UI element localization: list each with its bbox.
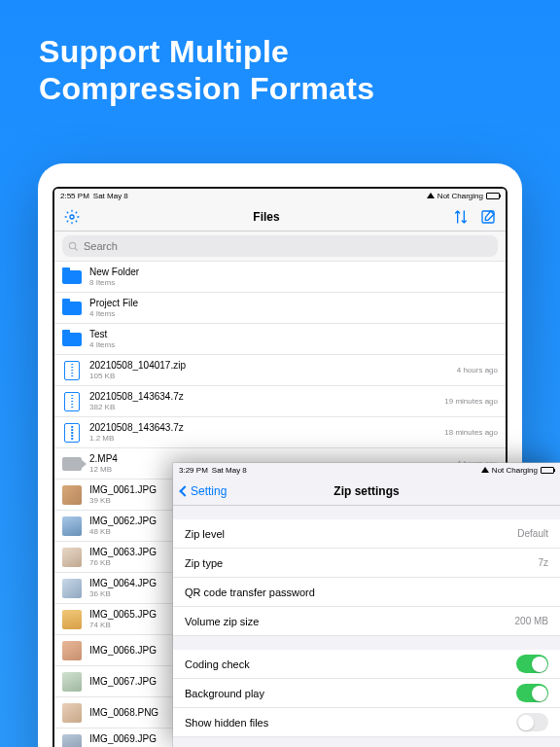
- settings-title: Zip settings: [333, 484, 399, 498]
- settings-group-values: Zip levelDefaultZip type7zQR code transf…: [173, 519, 560, 636]
- status-time: 3:29 PM: [179, 466, 208, 475]
- file-name: Test: [89, 329, 498, 340]
- chevron-left-icon: [179, 485, 190, 496]
- setting-label: Background play: [185, 688, 264, 699]
- setting-value: Default: [517, 528, 548, 539]
- t9-icon: [62, 734, 82, 748]
- toggle-switch[interactable]: [516, 655, 548, 673]
- file-sub: 4 Items: [89, 340, 498, 349]
- search-bar[interactable]: [62, 235, 498, 257]
- file-time: 18 minutes ago: [444, 428, 498, 437]
- status-charge: Not Charging: [492, 466, 538, 475]
- file-sub: 382 KB: [89, 403, 437, 411]
- headline-line-2: Compression Formats: [39, 70, 560, 107]
- setting-row[interactable]: Background play: [173, 679, 560, 708]
- settings-group-toggles: Coding checkBackground playShow hidden f…: [173, 650, 560, 737]
- zip-icon: [62, 423, 82, 443]
- setting-row[interactable]: Zip levelDefault: [173, 519, 560, 549]
- file-name: New Folder: [89, 267, 498, 278]
- marketing-headline: Support Multiple Compression Formats: [0, 0, 560, 108]
- file-time: 19 minutes ago: [444, 397, 498, 406]
- setting-value: 200 MB: [515, 616, 548, 626]
- search-container: [54, 231, 506, 262]
- settings-nav: Setting Zip settings: [173, 477, 560, 506]
- file-name: 20210508_143634.7z: [89, 391, 437, 403]
- headline-line-1: Support Multiple: [39, 33, 560, 70]
- setting-row[interactable]: Show hidden files: [173, 708, 560, 737]
- file-name: 20210508_104017.zip: [89, 360, 449, 372]
- toggle-switch[interactable]: [516, 713, 548, 731]
- wifi-icon: [481, 467, 489, 473]
- search-icon: [68, 241, 79, 252]
- wifi-icon: [427, 193, 435, 198]
- file-row[interactable]: 20210508_143634.7z382 KB19 minutes ago: [54, 386, 506, 417]
- svg-point-0: [70, 215, 74, 219]
- setting-row[interactable]: QR code transfer password: [173, 578, 560, 607]
- t3-icon: [62, 548, 82, 567]
- page-title: Files: [253, 210, 279, 224]
- setting-label: QR code transfer password: [185, 587, 315, 598]
- battery-icon: [486, 193, 500, 199]
- file-sub: 8 Items: [89, 278, 498, 287]
- setting-label: Zip type: [185, 557, 223, 569]
- file-time: 4 hours ago: [457, 366, 498, 374]
- nav-bar: Files: [54, 202, 506, 231]
- toggle-switch[interactable]: [516, 684, 548, 702]
- setting-row[interactable]: Zip type7z: [173, 549, 560, 578]
- file-name: Project File: [89, 298, 498, 309]
- t5-icon: [62, 610, 82, 629]
- settings-icon[interactable]: [64, 209, 80, 225]
- back-button[interactable]: Setting: [181, 484, 227, 498]
- search-input[interactable]: [84, 240, 492, 252]
- file-sub: 105 KB: [89, 372, 449, 380]
- folder-icon: [62, 299, 82, 318]
- t1-icon: [62, 485, 82, 505]
- back-label: Setting: [191, 484, 227, 498]
- t6-icon: [62, 641, 82, 660]
- file-name: 20210508_143643.7z: [89, 422, 437, 434]
- status-time: 2:55 PM: [60, 192, 89, 200]
- zip-icon: [62, 392, 82, 411]
- sort-icon[interactable]: [453, 209, 469, 225]
- setting-label: Zip level: [185, 528, 225, 540]
- file-sub: 1.2 MB: [89, 434, 437, 443]
- zip-icon: [62, 361, 82, 380]
- status-charge: Not Charging: [438, 192, 483, 200]
- setting-row[interactable]: Volume zip size200 MB: [173, 607, 560, 636]
- status-date: Sat May 8: [93, 192, 128, 200]
- svg-point-2: [69, 242, 75, 248]
- file-row[interactable]: 20210508_143643.7z1.2 MB18 minutes ago: [54, 417, 506, 448]
- file-row[interactable]: Project File4 Items: [54, 293, 506, 324]
- setting-value: 7z: [538, 557, 548, 568]
- setting-row[interactable]: Coding check: [173, 650, 560, 679]
- file-sub: 4 Items: [89, 309, 498, 318]
- folder-icon: [62, 330, 82, 349]
- t4-icon: [62, 579, 82, 598]
- setting-label: Show hidden files: [185, 717, 268, 729]
- setting-label: Coding check: [185, 658, 250, 670]
- t2-icon: [62, 516, 82, 536]
- t7-icon: [62, 672, 82, 692]
- status-date: Sat May 8: [212, 466, 247, 475]
- t8-icon: [62, 703, 82, 723]
- status-bar: 2:55 PM Sat May 8 Not Charging: [54, 189, 506, 202]
- setting-label: Volume zip size: [185, 616, 259, 627]
- status-bar: 3:29 PM Sat May 8 Not Charging: [173, 463, 560, 477]
- compose-icon[interactable]: [480, 209, 496, 225]
- zip-settings-panel: 3:29 PM Sat May 8 Not Charging Setting Z…: [173, 463, 560, 747]
- vid-icon: [62, 454, 82, 474]
- file-row[interactable]: New Folder8 Items: [54, 262, 506, 293]
- folder-icon: [62, 267, 82, 287]
- battery-icon: [541, 467, 554, 474]
- file-row[interactable]: Test4 Items: [54, 324, 506, 355]
- file-row[interactable]: 20210508_104017.zip105 KB4 hours ago: [54, 355, 506, 386]
